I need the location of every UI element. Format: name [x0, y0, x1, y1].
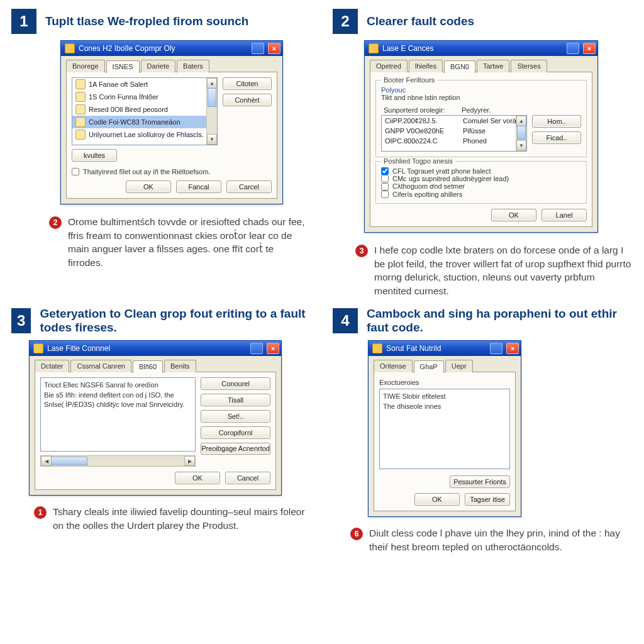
check-1[interactable]: CFL Tograuet yratt phone balect	[381, 167, 581, 175]
step-1-header: 1 Tuplt tlase We-fropled firom sounch	[11, 9, 311, 34]
check-2[interactable]: CMc ugs supnitred aliudnëygirer lead)	[381, 175, 581, 182]
kvultes-button[interactable]: kvultes	[72, 149, 117, 162]
list-item: 1S Corin Funna İfnlőer	[72, 91, 217, 103]
results-textarea[interactable]: TIWE Slobir efitelest The dhiseole innes	[379, 389, 510, 469]
checkbox-input[interactable]	[72, 168, 79, 175]
step-4-header: 4 Cambock and sing ha porapheni to out e…	[333, 307, 633, 335]
caption-text: I hefe cop codle lxte braters on do forc…	[374, 243, 633, 298]
step-2-header: 2 Clearer fault codes	[333, 9, 633, 34]
scroll-thumb[interactable]	[517, 126, 526, 140]
app-icon	[65, 43, 75, 53]
tab-lhieifes[interactable]: lhieifes	[409, 60, 443, 72]
codes-listbox[interactable]: CiiPP.200¢28J.5.Comulel Ser vorágt GNPP …	[381, 115, 527, 152]
tab-bnorege[interactable]: Bnorege	[66, 60, 105, 72]
minimize-button[interactable]	[490, 343, 502, 354]
ok-button[interactable]: OK	[126, 180, 171, 193]
group-legend: Booter Feriltours	[381, 76, 437, 84]
step-2-number: 2	[333, 9, 358, 34]
tab-dariete[interactable]: Dariete	[141, 60, 175, 72]
cancel-button[interactable]: Carcel	[226, 180, 272, 193]
page-icon	[75, 117, 86, 127]
preoibgage-button[interactable]: Preoibgage Acnenrtod	[201, 443, 270, 455]
horizontal-scrollbar[interactable]: ◀ ▶	[40, 455, 196, 467]
conhert-button[interactable]: Conhèrt	[223, 94, 272, 106]
check-3[interactable]: Cλthoguom ơnd setmer	[381, 182, 581, 191]
page-icon	[75, 130, 86, 140]
vertical-scrollbar[interactable]: ▲ ▼	[516, 116, 526, 151]
minimize-button[interactable]	[252, 43, 264, 54]
step-3-header: 3 Geteryation to Clean grop fout eriting…	[11, 307, 311, 335]
minimize-button[interactable]	[567, 43, 579, 54]
caption-badge: 6	[350, 528, 363, 540]
dialog-3-title: Lase Fitle Connnel	[47, 344, 247, 353]
ok-button[interactable]: OK	[175, 472, 220, 484]
tab-benits[interactable]: Benits	[164, 360, 196, 372]
list-item-selected: Codle Foi·WC83 Tromaneäon	[72, 116, 217, 128]
option-checkbox[interactable]: Thaityinred fīlet out ay iñ the Riéltoef…	[72, 168, 272, 175]
table-row: CiiPP.200¢28J.5.Comulel Ser vorágt	[382, 116, 526, 126]
app-icon	[369, 43, 379, 53]
caption-6: 6 Diult cless code l phave uin the lhey …	[350, 526, 633, 553]
fancal-button[interactable]: Fancal	[176, 180, 221, 193]
conourel-button[interactable]: Conourel	[201, 377, 270, 390]
tab-tartwe[interactable]: Tartwe	[477, 60, 509, 72]
dialog-2-titlebar[interactable]: Lase E Cances ×	[365, 41, 597, 56]
minimize-button[interactable]	[250, 343, 263, 354]
caption-badge: 1	[34, 506, 47, 519]
dialog-3-titlebar[interactable]: Lase Fitle Connnel ×	[30, 341, 281, 356]
ficad-button[interactable]: Ficad..	[532, 131, 581, 144]
scroll-right-icon[interactable]: ▶	[184, 456, 195, 466]
scroll-thumb[interactable]	[51, 457, 87, 465]
ok-button[interactable]: OK	[491, 209, 536, 221]
tab-bh60[interactable]: Blñ60	[133, 360, 163, 373]
log-textarea[interactable]: Trioct Efiec NGSF6 Sanral fo oredïon Bie…	[40, 377, 196, 452]
scroll-down-icon[interactable]: ▼	[207, 134, 217, 145]
lanel-button[interactable]: Lanel	[541, 209, 587, 221]
col-header-b: Pedyyrer.	[459, 105, 527, 115]
tab-isnes[interactable]: ISNES	[106, 60, 140, 73]
close-button[interactable]: ×	[268, 43, 280, 54]
step-1-number: 1	[11, 9, 36, 34]
tab-baters[interactable]: Baters	[177, 60, 209, 72]
table-row: GNPP V0Oe820hEPifüsse	[382, 126, 526, 136]
tab-ghap[interactable]: GhaP	[414, 360, 444, 373]
scroll-down-icon[interactable]: ▼	[516, 140, 526, 151]
set-button[interactable]: Set!..	[201, 410, 270, 423]
close-button[interactable]: ×	[267, 343, 279, 354]
scroll-up-icon[interactable]: ▲	[207, 78, 217, 89]
tab-bgn0[interactable]: BGN0	[444, 60, 475, 73]
section-label: Exoctueroies	[379, 379, 510, 386]
scroll-thumb[interactable]	[208, 88, 216, 107]
close-button[interactable]: ×	[583, 43, 596, 54]
caption-badge: 3	[355, 245, 368, 257]
scroll-up-icon[interactable]: ▲	[516, 116, 526, 126]
page-icon	[75, 104, 86, 114]
step-1-title: Tuplt tlase We-fropled firom sounch	[45, 14, 248, 28]
hom-button[interactable]: Hom..	[532, 115, 581, 128]
tab-cssrnal[interactable]: Cssrnal Canren	[70, 360, 131, 372]
tisall-button[interactable]: Tisall	[201, 394, 270, 406]
tab-dctater[interactable]: Dctater	[35, 360, 69, 372]
caption-text: Orome bultimentśch tovvde or iresiofted …	[68, 215, 311, 270]
module-listbox[interactable]: 1A Fanae oft Salert 1S Corin Funna İfnlő…	[72, 77, 218, 145]
scroll-left-icon[interactable]: ◀	[41, 456, 52, 466]
dialog-2-title: Lase E Cances	[382, 44, 563, 53]
tagser-button[interactable]: Tagser itise	[465, 493, 510, 506]
check-4[interactable]: Ciferís epolting ahillers	[381, 191, 581, 198]
dialog-4-titlebar[interactable]: Sorut Fat Nutrild ×	[369, 341, 521, 356]
coropifornl-button[interactable]: Coropifornl	[201, 426, 270, 439]
tab-opetred[interactable]: Opetred	[370, 60, 408, 72]
dialog-1-titlebar[interactable]: Cones H2 Iboîle Copmpr Oly ×	[61, 41, 282, 56]
tab-oritense[interactable]: Oritense	[374, 360, 413, 372]
dialog-1: Cones H2 Iboîle Copmpr Oly × Bnorege ISN…	[60, 40, 283, 204]
ok-button[interactable]: OK	[414, 493, 460, 506]
list-item: 1A Fanae oft Salert	[72, 78, 217, 91]
citoten-button[interactable]: Citoten	[223, 77, 272, 90]
tab-sterses[interactable]: Sterses	[511, 60, 547, 72]
group2-legend: Poshlied Togpo anesis	[381, 157, 455, 165]
close-button[interactable]: ×	[506, 343, 519, 354]
cancel-button[interactable]: Cancel	[225, 472, 270, 484]
pessurter-button[interactable]: Pessurter Frionts	[450, 475, 510, 488]
tab-uepr[interactable]: Uepr	[445, 360, 473, 372]
vertical-scrollbar[interactable]: ▲ ▼	[206, 78, 217, 145]
